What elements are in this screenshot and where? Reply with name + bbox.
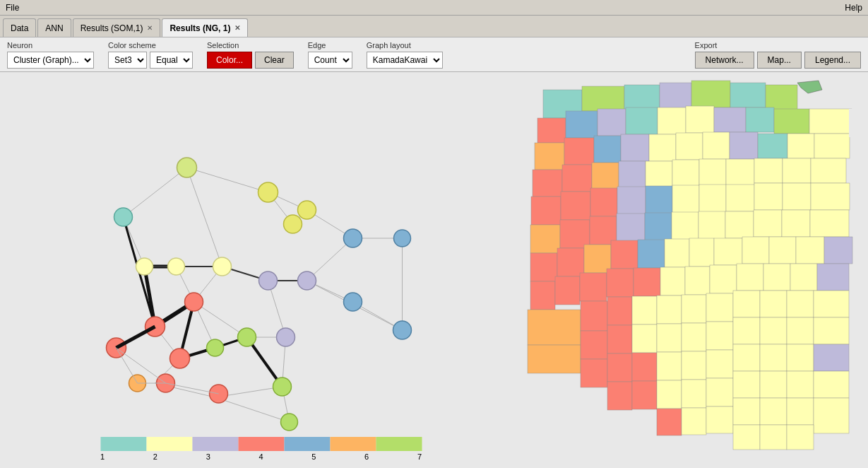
svg-rect-207 [682, 408, 706, 435]
menu-file[interactable]: File [6, 3, 19, 13]
selection-group: Selection Color... Clear [207, 41, 294, 69]
svg-rect-113 [672, 160, 699, 187]
edge-label: Edge [308, 41, 352, 49]
legend-label-3: 3 [206, 452, 210, 461]
svg-rect-206 [657, 409, 682, 435]
svg-rect-182 [706, 322, 733, 350]
svg-point-56 [298, 271, 316, 290]
svg-rect-200 [682, 380, 706, 408]
svg-rect-210 [760, 398, 787, 425]
svg-rect-115 [726, 159, 754, 186]
legend-label-5: 5 [311, 452, 316, 461]
svg-rect-129 [811, 183, 850, 210]
selection-label: Selection [207, 41, 294, 49]
tabbar: Data ANN Results (SOM,1) ✕ Results (NG, … [0, 16, 868, 37]
svg-line-74 [117, 327, 155, 348]
neuron-select[interactable]: Cluster (Graph)... [7, 52, 94, 69]
svg-rect-149 [742, 237, 769, 264]
map-area[interactable] [522, 72, 868, 468]
tab-som1-close[interactable]: ✕ [147, 24, 153, 32]
color-scheme-label: Color scheme [108, 41, 193, 49]
svg-rect-85 [730, 83, 766, 107]
toolbar: Neuron Cluster (Graph)... Color scheme S… [0, 37, 868, 72]
color-button[interactable]: Color... [207, 52, 252, 69]
svg-rect-99 [594, 136, 621, 163]
svg-rect-152 [824, 237, 852, 264]
legend-button[interactable]: Legend... [804, 52, 861, 69]
svg-rect-198 [632, 381, 657, 409]
svg-rect-105 [758, 134, 787, 158]
svg-rect-185 [787, 317, 814, 344]
edge-group: Edge Count [308, 41, 352, 69]
svg-rect-120 [561, 192, 590, 220]
svg-point-58 [344, 229, 362, 247]
svg-point-47 [177, 158, 197, 177]
color-scheme-group: Color scheme Set3 Equal [108, 41, 193, 69]
svg-rect-208 [706, 406, 733, 433]
svg-point-49 [284, 215, 302, 233]
svg-rect-189 [632, 353, 657, 381]
legend-seg-6 [330, 437, 376, 451]
color-scheme-option-select[interactable]: Equal [150, 52, 193, 69]
svg-rect-137 [725, 211, 754, 238]
svg-rect-193 [733, 344, 760, 371]
tab-ann[interactable]: ANN [37, 18, 71, 37]
tab-som1-label: Results (SOM,1) [81, 23, 143, 33]
tab-data-label: Data [11, 23, 28, 33]
svg-rect-153 [530, 281, 555, 310]
svg-rect-117 [783, 158, 811, 183]
choropleth-map [522, 72, 868, 468]
map-button[interactable]: Map... [757, 52, 802, 69]
graph-area[interactable]: 1 2 3 4 5 6 7 [0, 72, 522, 468]
svg-rect-194 [760, 344, 787, 371]
svg-rect-171 [706, 293, 733, 322]
svg-rect-134 [645, 213, 672, 241]
svg-rect-156 [607, 269, 634, 297]
menu-help[interactable]: Help [845, 3, 862, 13]
svg-rect-209 [733, 398, 760, 425]
svg-rect-181 [682, 323, 706, 351]
svg-rect-212 [814, 398, 849, 433]
menubar: File Help [0, 0, 868, 16]
network-graph [0, 72, 522, 468]
svg-rect-195 [787, 344, 814, 371]
tab-ng1-close[interactable]: ✕ [234, 24, 240, 32]
legend-label-2: 2 [153, 452, 157, 461]
legend-label-1: 1 [100, 452, 105, 461]
svg-rect-139 [782, 210, 810, 237]
svg-rect-90 [626, 107, 658, 134]
svg-point-52 [136, 258, 153, 275]
graph-layout-group: Graph layout KamadaKawai [367, 41, 443, 69]
svg-rect-216 [849, 109, 863, 137]
svg-rect-131 [560, 220, 590, 248]
svg-rect-127 [754, 183, 783, 210]
legend-seg-5 [284, 437, 330, 451]
svg-rect-106 [787, 134, 814, 158]
tab-ng1[interactable]: Results (NG, 1) ✕ [162, 18, 248, 37]
graph-layout-select[interactable]: KamadaKawai [367, 52, 443, 69]
svg-rect-211 [787, 398, 814, 425]
svg-rect-190 [657, 352, 682, 380]
svg-rect-118 [811, 158, 846, 183]
svg-rect-94 [746, 107, 774, 132]
svg-rect-130 [530, 225, 560, 253]
svg-rect-168 [632, 296, 657, 324]
svg-rect-204 [787, 371, 814, 398]
svg-line-2 [124, 168, 187, 217]
svg-rect-214 [760, 425, 787, 450]
network-button[interactable]: Network... [695, 52, 754, 69]
svg-rect-169 [657, 296, 682, 324]
svg-rect-111 [619, 161, 646, 188]
color-scheme-select[interactable]: Set3 [108, 52, 147, 69]
svg-rect-135 [672, 212, 698, 240]
clear-button[interactable]: Clear [255, 52, 294, 69]
edge-select[interactable]: Count [308, 52, 352, 69]
tab-data[interactable]: Data [3, 18, 36, 37]
tab-som1[interactable]: Results (SOM,1) ✕ [73, 18, 161, 37]
svg-rect-165 [528, 310, 581, 345]
neuron-label: Neuron [7, 41, 94, 49]
svg-rect-164 [817, 264, 849, 291]
svg-rect-83 [660, 83, 691, 110]
svg-rect-172 [733, 291, 760, 317]
svg-point-67 [185, 293, 203, 311]
